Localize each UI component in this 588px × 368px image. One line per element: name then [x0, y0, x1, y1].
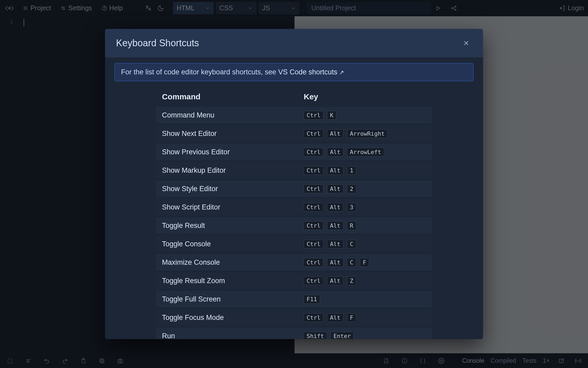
key-combo: CtrlAltF — [304, 313, 426, 322]
command-name: Run — [162, 332, 304, 339]
header-command: Command — [162, 92, 304, 101]
key-badge: Alt — [327, 129, 343, 138]
command-name: Maximize Console — [162, 258, 304, 267]
table-row: Show Script EditorCtrlAlt3 — [156, 199, 432, 215]
command-name: Show Style Editor — [162, 185, 304, 193]
modal-header: Keyboard Shortcuts — [105, 29, 483, 57]
key-badge: Alt — [327, 277, 343, 285]
key-combo: ShiftEnter — [304, 332, 426, 339]
key-badge: F11 — [304, 295, 320, 304]
key-badge: F — [360, 258, 369, 267]
command-name: Show Next Editor — [162, 130, 304, 138]
key-combo: CtrlAltC — [304, 240, 426, 248]
key-badge: Ctrl — [304, 129, 323, 138]
key-badge: 1 — [347, 166, 356, 175]
key-badge: C — [347, 258, 356, 267]
table-row: RunShiftEnter — [156, 328, 432, 339]
key-combo: CtrlAltZ — [304, 277, 426, 285]
keyboard-shortcuts-modal: Keyboard Shortcuts For the list of code … — [105, 29, 483, 339]
info-banner: For the list of code editor keyboard sho… — [114, 63, 474, 81]
key-badge: Alt — [327, 185, 343, 193]
command-name: Toggle Full Screen — [162, 295, 304, 303]
key-badge: Ctrl — [304, 277, 323, 285]
key-combo: CtrlAltCF — [304, 258, 426, 267]
modal-overlay[interactable]: Keyboard Shortcuts For the list of code … — [0, 0, 588, 368]
key-badge: Ctrl — [304, 148, 323, 156]
table-row: Command MenuCtrlK — [156, 107, 432, 123]
table-row: Show Style EditorCtrlAlt2 — [156, 181, 432, 197]
key-badge: Ctrl — [304, 203, 323, 212]
key-badge: C — [347, 240, 356, 248]
key-badge: K — [327, 111, 336, 120]
table-row: Show Next EditorCtrlAltArrowRight — [156, 125, 432, 142]
table-row: Toggle ResultCtrlAltR — [156, 217, 432, 234]
close-button[interactable] — [460, 37, 472, 49]
key-combo: CtrlK — [304, 111, 426, 120]
header-key: Key — [304, 92, 426, 101]
key-badge: Alt — [327, 258, 343, 267]
key-badge: ArrowRight — [347, 129, 387, 138]
command-name: Toggle Result Zoom — [162, 277, 304, 285]
table-row: Toggle Result ZoomCtrlAltZ — [156, 273, 432, 289]
key-badge: F — [347, 313, 356, 322]
key-badge: R — [347, 221, 356, 230]
key-badge: Alt — [327, 313, 343, 322]
command-name: Toggle Console — [162, 240, 304, 248]
key-badge: Ctrl — [304, 166, 323, 175]
key-combo: CtrlAltArrowRight — [304, 129, 426, 138]
key-badge: Alt — [327, 221, 343, 230]
command-name: Toggle Result — [162, 222, 304, 230]
key-badge: Alt — [327, 203, 343, 212]
key-badge: Alt — [327, 148, 343, 156]
key-badge: Ctrl — [304, 221, 323, 230]
key-combo: CtrlAltR — [304, 221, 426, 230]
banner-text: For the list of code editor keyboard sho… — [121, 68, 278, 76]
table-row: Show Previous EditorCtrlAltArrowLeft — [156, 144, 432, 160]
key-badge: Alt — [327, 240, 343, 248]
key-badge: 3 — [347, 203, 356, 212]
command-name: Command Menu — [162, 111, 304, 119]
table-header: Command Key — [156, 89, 432, 105]
table-row: Toggle ConsoleCtrlAltC — [156, 236, 432, 252]
command-name: Show Previous Editor — [162, 148, 304, 156]
key-badge: 2 — [347, 185, 356, 193]
command-name: Show Markup Editor — [162, 166, 304, 175]
key-combo: CtrlAlt3 — [304, 203, 426, 212]
key-combo: CtrlAlt2 — [304, 185, 426, 193]
key-badge: Enter — [330, 332, 354, 339]
key-badge: Ctrl — [304, 313, 323, 322]
vscode-shortcuts-link[interactable]: VS Code shortcuts ↗ — [278, 68, 344, 76]
table-row: Toggle Full ScreenF11 — [156, 291, 432, 307]
table-row: Maximize ConsoleCtrlAltCF — [156, 254, 432, 270]
key-badge: Ctrl — [304, 240, 323, 248]
key-badge: Alt — [327, 166, 343, 175]
table-row: Toggle Focus ModeCtrlAltF — [156, 309, 432, 326]
key-combo: CtrlAlt1 — [304, 166, 426, 175]
key-badge: ArrowLeft — [347, 148, 384, 156]
modal-body: For the list of code editor keyboard sho… — [105, 57, 483, 339]
key-badge: Z — [347, 277, 356, 285]
key-combo: F11 — [304, 295, 426, 304]
table-row: Show Markup EditorCtrlAlt1 — [156, 162, 432, 178]
key-badge: Shift — [304, 332, 327, 339]
external-link-icon: ↗ — [339, 69, 344, 76]
shortcuts-table: Command Key Command MenuCtrlKShow Next E… — [156, 89, 432, 339]
key-combo: CtrlAltArrowLeft — [304, 148, 426, 156]
command-name: Toggle Focus Mode — [162, 314, 304, 322]
key-badge: Ctrl — [304, 185, 323, 193]
command-name: Show Script Editor — [162, 203, 304, 211]
key-badge: Ctrl — [304, 258, 323, 267]
modal-title: Keyboard Shortcuts — [116, 38, 199, 49]
key-badge: Ctrl — [304, 111, 323, 120]
